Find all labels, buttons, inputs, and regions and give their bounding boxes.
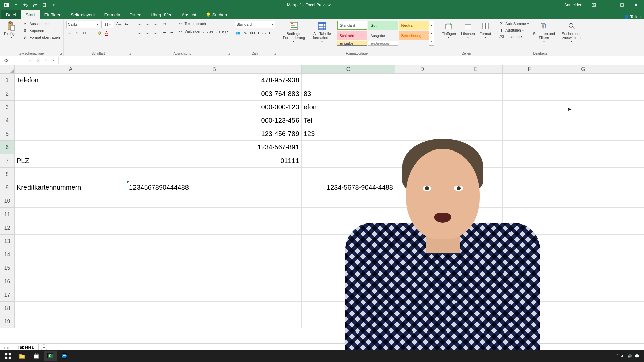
cell-G6[interactable] bbox=[556, 141, 610, 154]
cell-C1[interactable] bbox=[302, 74, 395, 87]
row-header[interactable]: 19 bbox=[0, 315, 15, 328]
insert-cells-button[interactable]: Einfügen▾ bbox=[440, 21, 457, 40]
taskbar-store-icon[interactable] bbox=[30, 351, 43, 361]
cell-C10[interactable] bbox=[302, 194, 395, 208]
chevron-up-icon[interactable]: ▴ bbox=[429, 24, 434, 27]
cell-F12[interactable] bbox=[503, 221, 556, 235]
cell-A16[interactable] bbox=[15, 275, 127, 288]
cell-B2[interactable]: 003-764-883 bbox=[127, 87, 302, 101]
cell-A15[interactable] bbox=[15, 261, 127, 275]
cut-button[interactable]: ✂Ausschneiden bbox=[22, 21, 60, 27]
cell-G3[interactable] bbox=[556, 101, 610, 114]
cell-G15[interactable] bbox=[556, 261, 610, 275]
cell-G5[interactable] bbox=[556, 127, 610, 141]
minimize-icon[interactable] bbox=[601, 0, 614, 10]
taskbar-edge-icon[interactable] bbox=[58, 351, 71, 361]
cell-H18[interactable] bbox=[610, 302, 644, 315]
cell-B17[interactable] bbox=[127, 288, 302, 302]
cell-F5[interactable] bbox=[503, 127, 556, 141]
style-standard[interactable]: Standard bbox=[337, 21, 367, 30]
cell-F19[interactable] bbox=[503, 315, 556, 328]
cell-D12[interactable] bbox=[395, 221, 449, 235]
cell-H8[interactable] bbox=[610, 168, 644, 181]
cell-F4[interactable] bbox=[503, 114, 556, 127]
cell-G18[interactable] bbox=[556, 302, 610, 315]
cell-C15[interactable] bbox=[302, 261, 395, 275]
cell-E11[interactable] bbox=[449, 208, 503, 221]
cell-F10[interactable] bbox=[503, 194, 556, 208]
format-painter-button[interactable]: 🖌Format übertragen bbox=[22, 34, 60, 40]
sheet-nav-last-icon[interactable]: ▸ bbox=[7, 345, 9, 350]
cell-C11[interactable] bbox=[302, 208, 395, 221]
cell-A2[interactable] bbox=[15, 87, 127, 101]
style-eingabe[interactable]: Eingabe bbox=[337, 41, 367, 46]
align-right-icon[interactable]: ≡ bbox=[152, 29, 159, 36]
bold-button[interactable]: F bbox=[66, 29, 73, 36]
cell-H19[interactable] bbox=[610, 315, 644, 328]
italic-button[interactable]: K bbox=[74, 29, 80, 36]
percent-format-icon[interactable]: % bbox=[242, 29, 249, 36]
sheet-nav-first-icon[interactable]: ◂ bbox=[3, 345, 5, 350]
cell-G8[interactable] bbox=[556, 168, 610, 181]
cell-E9[interactable] bbox=[449, 181, 503, 194]
cell-D3[interactable] bbox=[395, 101, 449, 114]
cell-G2[interactable] bbox=[556, 87, 610, 101]
cell-F9[interactable] bbox=[503, 181, 556, 194]
increase-indent-icon[interactable]: ⇥ bbox=[169, 29, 175, 36]
cell-E17[interactable] bbox=[449, 288, 503, 302]
style-ausgabe[interactable]: Ausgabe bbox=[368, 31, 398, 40]
fill-button[interactable]: ⬇Ausfüllen▾ bbox=[498, 27, 529, 33]
cell-H17[interactable] bbox=[610, 288, 644, 302]
cell-H9[interactable] bbox=[610, 181, 644, 194]
cell-F14[interactable] bbox=[503, 248, 556, 261]
gallery-expand-icon[interactable]: ⊻ bbox=[429, 40, 434, 43]
tray-volume-icon[interactable]: 🔊 bbox=[627, 354, 632, 358]
cell-D16[interactable] bbox=[395, 275, 449, 288]
cell-H6[interactable] bbox=[610, 141, 644, 154]
cell-A1[interactable]: Telefon bbox=[15, 74, 127, 87]
cell-C7[interactable] bbox=[302, 154, 395, 168]
cell-B3[interactable]: 000-000-123 bbox=[127, 101, 302, 114]
cell-D1[interactable] bbox=[395, 74, 449, 87]
cell-E12[interactable] bbox=[449, 221, 503, 235]
cell-C9[interactable]: 1234-5678-9044-4488 bbox=[302, 181, 395, 194]
cell-H1[interactable] bbox=[610, 74, 644, 87]
col-header-C[interactable]: C bbox=[302, 65, 395, 73]
row-header[interactable]: 15 bbox=[0, 261, 15, 275]
cell-A14[interactable] bbox=[15, 248, 127, 261]
cell-C17[interactable] bbox=[302, 288, 395, 302]
enter-icon[interactable]: ✓ bbox=[42, 58, 49, 63]
cell-A3[interactable] bbox=[15, 101, 127, 114]
cell-H7[interactable] bbox=[610, 154, 644, 168]
close-icon[interactable] bbox=[629, 0, 643, 10]
taskbar-file-explorer-icon[interactable] bbox=[15, 351, 29, 361]
cell-A4[interactable] bbox=[15, 114, 127, 127]
cell-D9[interactable] bbox=[395, 181, 449, 194]
paste-button[interactable]: Einfügen ▾ bbox=[3, 21, 20, 40]
cell-D10[interactable] bbox=[395, 194, 449, 208]
tab-formulas[interactable]: Formeln bbox=[100, 10, 125, 19]
cell-E4[interactable] bbox=[449, 114, 503, 127]
orientation-icon[interactable]: ⟲ bbox=[161, 21, 168, 27]
cell-G12[interactable] bbox=[556, 221, 610, 235]
copy-button[interactable]: ⧉Kopieren bbox=[22, 27, 60, 34]
style-schlecht[interactable]: Schlecht bbox=[337, 31, 367, 40]
tab-insert[interactable]: Einfügen bbox=[40, 10, 66, 19]
cell-B16[interactable] bbox=[127, 275, 302, 288]
row-header[interactable]: 8 bbox=[0, 168, 15, 181]
cell-C18[interactable] bbox=[302, 302, 395, 315]
cell-H15[interactable] bbox=[610, 261, 644, 275]
cell-B14[interactable] bbox=[127, 248, 302, 261]
cell-E19[interactable] bbox=[449, 315, 503, 328]
signin-link[interactable]: Anmelden bbox=[560, 3, 586, 7]
cell-C13[interactable] bbox=[302, 235, 395, 248]
cell-G19[interactable] bbox=[556, 315, 610, 328]
align-center-icon[interactable]: ≡ bbox=[144, 29, 151, 36]
border-button[interactable] bbox=[89, 29, 95, 36]
cell-D19[interactable] bbox=[395, 315, 449, 328]
cell-G4[interactable] bbox=[556, 114, 610, 127]
cell-F15[interactable] bbox=[503, 261, 556, 275]
tab-file[interactable]: Datei bbox=[1, 10, 21, 19]
cell-A17[interactable] bbox=[15, 288, 127, 302]
tab-page-layout[interactable]: Seitenlayout bbox=[66, 10, 100, 19]
